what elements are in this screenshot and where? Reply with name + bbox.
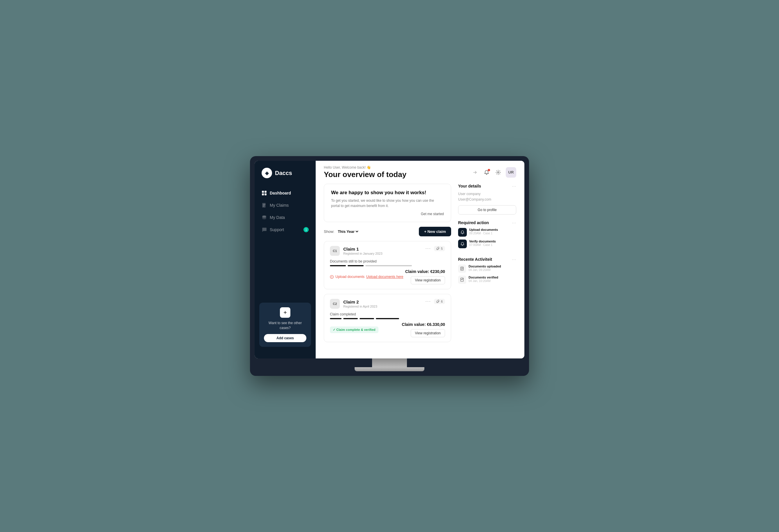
claim-1-avatar: C1 [330, 246, 340, 256]
database-icon [261, 215, 267, 220]
claim-card-1: C1 Claim 1 Registered in January 2023 ··… [324, 241, 451, 289]
progress-bar-1 [330, 265, 346, 266]
support-badge: 1 [303, 227, 309, 232]
go-to-profile-button[interactable]: Go to profile [458, 205, 516, 215]
claim-card-2: C2 Claim 2 Registered in April 2023 ··· [324, 294, 451, 342]
claim-2-view-btn[interactable]: View registration [411, 329, 445, 337]
claim-2-file-count: 6 [434, 299, 445, 304]
claim-1-dots-menu[interactable]: ··· [426, 246, 431, 251]
add-cases-text: Want to see the other cases? [264, 321, 306, 331]
header-right: UR [471, 167, 516, 178]
my-claims-label: My Claims [270, 203, 289, 208]
claim-1-view-btn[interactable]: View registration [411, 276, 445, 284]
welcome-card-title: We are happy to show you how it works! [331, 190, 444, 196]
claim-1-value: Claim value: €230,00 [405, 269, 445, 274]
claim-2-progress [330, 318, 445, 319]
nav-items: Dashboard My Claims My Data [255, 187, 316, 298]
svg-rect-0 [262, 191, 264, 193]
action-item-1: Upload documents 09:20AM · Case 1 [458, 228, 516, 237]
grid-icon [261, 190, 267, 196]
add-circle-button[interactable]: + [280, 307, 290, 318]
your-details-header: Your details ··· [458, 184, 516, 188]
show-label: Show: [324, 229, 334, 234]
claim-2-name: Claim 2 [343, 299, 377, 304]
claim-2-dots-menu[interactable]: ··· [426, 299, 431, 304]
sidebar-item-dashboard[interactable]: Dashboard [258, 187, 312, 198]
sidebar-bottom: + Want to see the other cases? Add cases [255, 298, 316, 351]
activity-item-2: Documents verified 04 Jan, 10:20AM [458, 276, 516, 284]
bell-icon[interactable] [482, 168, 491, 176]
sidebar: ◈ Daccs Dashboard My Claims [255, 161, 316, 358]
activity-text-2: Documents verified 04 Jan, 10:20AM [469, 276, 498, 283]
header: Hello User, Welcome back! 👋 Your overvie… [316, 161, 524, 179]
right-panel: Your details ··· User company User@Compa… [458, 184, 516, 354]
claim-2-date: Registered in April 2023 [343, 305, 377, 308]
claim-2-avatar: C2 [330, 299, 340, 309]
sidebar-item-my-claims[interactable]: My Claims [258, 200, 312, 211]
upload-link[interactable]: Upload documents here [366, 275, 403, 279]
add-cases-button[interactable]: Add cases [264, 334, 306, 342]
required-action-section: Required action ··· Upload documents 09:… [458, 220, 516, 251]
svg-rect-3 [264, 193, 266, 195]
filter-select[interactable]: This Year Last Year All Time [337, 229, 359, 234]
sidebar-item-support[interactable]: Support 1 [258, 224, 312, 235]
required-action-dots[interactable]: ··· [512, 220, 516, 225]
claim-1-file-count: 5 [434, 246, 445, 251]
gear-icon[interactable] [494, 168, 502, 176]
chat-icon [261, 227, 267, 232]
user-company: User company User@Company.com [458, 191, 516, 202]
main-body: We are happy to show you how it works! T… [316, 179, 524, 358]
claim-1-header: C1 Claim 1 Registered in January 2023 ··… [330, 246, 445, 256]
sidebar-item-my-data[interactable]: My Data [258, 212, 312, 223]
your-details-dots[interactable]: ··· [512, 184, 516, 188]
my-data-label: My Data [270, 215, 285, 220]
support-label: Support [270, 227, 284, 232]
your-details-title: Your details [458, 184, 481, 188]
warning-icon [330, 275, 334, 279]
claim-1-info: Claim 1 Registered in January 2023 [343, 246, 382, 255]
main-content: Hello User, Welcome back! 👋 Your overvie… [316, 161, 524, 358]
recent-activity-title: Recente Activiteit [458, 257, 492, 261]
your-details-section: Your details ··· User company User@Compa… [458, 184, 516, 215]
progress-bar-c2-1 [330, 318, 342, 319]
stand-neck [372, 358, 407, 367]
action-text-1: Upload documents 09:20AM · Case 1 [469, 228, 498, 235]
svg-point-6 [498, 172, 499, 173]
get-started-link[interactable]: Get me started [331, 212, 444, 216]
svg-rect-2 [262, 193, 264, 195]
stand-base [355, 367, 424, 371]
add-cases-card: + Want to see the other cases? Add cases [259, 303, 311, 347]
claim-1-actions: ··· 5 [426, 246, 445, 251]
progress-bar-c2-4 [376, 318, 399, 319]
arrow-icon[interactable] [471, 168, 479, 176]
progress-bar-c2-3 [360, 318, 374, 319]
claim-2-actions: ··· 6 [426, 299, 445, 304]
recent-activity-dots[interactable]: ··· [512, 257, 516, 261]
user-avatar[interactable]: UR [506, 167, 516, 178]
claim-1-date: Registered in January 2023 [343, 252, 382, 255]
required-action-title: Required action [458, 220, 489, 225]
monitor-stand [255, 358, 524, 371]
warning-text: Upload documents [336, 275, 364, 279]
content-area: We are happy to show you how it works! T… [324, 184, 451, 354]
claim-2-header: C2 Claim 2 Registered in April 2023 ··· [330, 299, 445, 309]
page-title: Your overview of today [324, 170, 406, 179]
file-icon [261, 202, 267, 208]
progress-bar-c2-2 [343, 318, 358, 319]
action-bell-icon-1 [458, 228, 467, 237]
activity-icon-2 [458, 276, 466, 284]
paperclip-icon-2 [436, 300, 440, 303]
activity-text-1: Documents uploaded 04 Jan, 09:20AM [469, 264, 501, 272]
complete-badge: ✓ Claim complete & verified [330, 327, 378, 333]
progress-bar-3 [365, 265, 412, 266]
claims-toolbar: Show: This Year Last Year All Time + New… [324, 227, 451, 236]
required-action-header: Required action ··· [458, 220, 516, 225]
monitor: ◈ Daccs Dashboard My Claims [250, 156, 529, 376]
dashboard-label: Dashboard [270, 191, 291, 195]
claim-1-identity: C1 Claim 1 Registered in January 2023 [330, 246, 382, 256]
screen: ◈ Daccs Dashboard My Claims [255, 161, 524, 358]
new-claim-button[interactable]: + New claim [419, 227, 451, 236]
welcome-card-desc: To get you started, we would like to sho… [331, 198, 441, 209]
progress-bar-2 [348, 265, 364, 266]
claim-1-footer: Upload documents Upload documents here C… [330, 269, 445, 284]
